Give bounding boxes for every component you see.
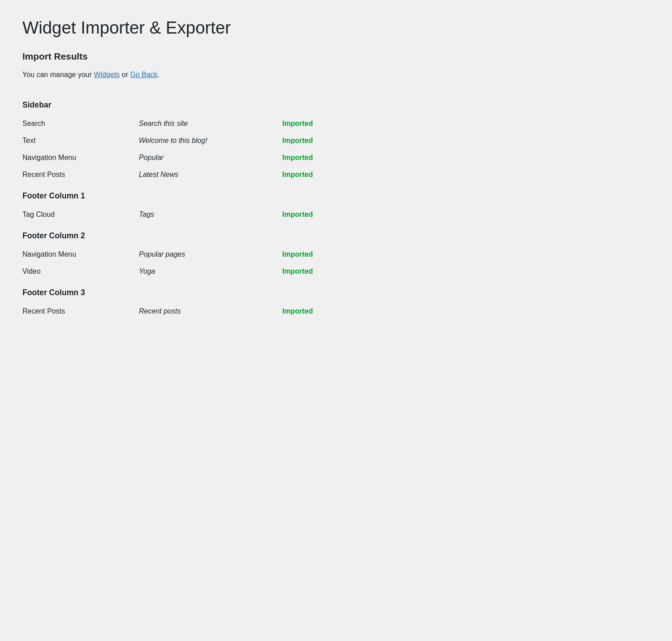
- table-row: SearchSearch this siteImported: [22, 115, 650, 132]
- widget-name: Search: [22, 120, 139, 128]
- widget-status: Imported: [282, 211, 354, 219]
- intro-prefix: You can manage your: [22, 71, 94, 78]
- table-row: Navigation MenuPopularImported: [22, 149, 650, 166]
- widget-group-1: Footer Column 1Tag CloudTagsImported: [22, 183, 650, 223]
- widget-label: Search this site: [139, 120, 282, 128]
- intro-suffix: .: [158, 71, 159, 78]
- group-header-1: Footer Column 1: [22, 183, 650, 206]
- widget-name: Text: [22, 137, 139, 145]
- widget-name: Recent Posts: [22, 307, 139, 315]
- intro-middle: or: [120, 71, 130, 78]
- widget-label: Recent posts: [139, 307, 282, 315]
- widget-group-2: Footer Column 2Navigation MenuPopular pa…: [22, 223, 650, 280]
- widget-name: Recent Posts: [22, 171, 139, 179]
- widget-status: Imported: [282, 307, 354, 315]
- intro-paragraph: You can manage your Widgets or Go Back.: [22, 71, 650, 79]
- widget-label: Yoga: [139, 267, 282, 275]
- widget-status: Imported: [282, 267, 354, 275]
- widget-group-3: Footer Column 3Recent PostsRecent postsI…: [22, 280, 650, 320]
- table-row: Tag CloudTagsImported: [22, 206, 650, 223]
- group-header-0: Sidebar: [22, 92, 650, 115]
- group-header-3: Footer Column 3: [22, 280, 650, 303]
- widget-name: Tag Cloud: [22, 211, 139, 219]
- import-results-heading: Import Results: [22, 51, 650, 62]
- page-title: Widget Importer & Exporter: [22, 18, 650, 38]
- table-row: Recent PostsRecent postsImported: [22, 303, 650, 320]
- widget-name: Navigation Menu: [22, 154, 139, 162]
- table-row: Navigation MenuPopular pagesImported: [22, 246, 650, 263]
- group-header-2: Footer Column 2: [22, 223, 650, 246]
- widget-status: Imported: [282, 154, 354, 162]
- widget-name: Video: [22, 267, 139, 275]
- widget-name: Navigation Menu: [22, 250, 139, 258]
- widget-group-0: SidebarSearchSearch this siteImportedTex…: [22, 92, 650, 183]
- widgets-link[interactable]: Widgets: [94, 71, 120, 78]
- table-row: TextWelcome to this blog!Imported: [22, 132, 650, 149]
- table-row: Recent PostsLatest NewsImported: [22, 166, 650, 183]
- goback-link[interactable]: Go Back: [130, 71, 157, 78]
- results-section: SidebarSearchSearch this siteImportedTex…: [22, 92, 650, 320]
- widget-label: Popular: [139, 154, 282, 162]
- widget-status: Imported: [282, 250, 354, 258]
- widget-label: Popular pages: [139, 250, 282, 258]
- widget-label: Tags: [139, 211, 282, 219]
- widget-status: Imported: [282, 137, 354, 145]
- widget-label: Latest News: [139, 171, 282, 179]
- widget-label: Welcome to this blog!: [139, 137, 282, 145]
- table-row: VideoYogaImported: [22, 263, 650, 280]
- widget-status: Imported: [282, 171, 354, 179]
- widget-status: Imported: [282, 120, 354, 128]
